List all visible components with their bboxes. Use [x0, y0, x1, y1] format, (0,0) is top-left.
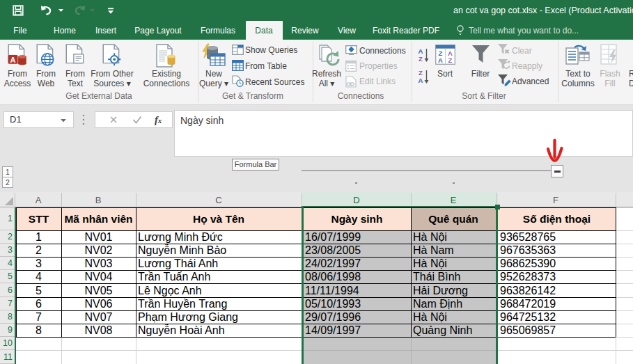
svg-text:A: A: [448, 49, 453, 57]
svg-text:A: A: [10, 56, 16, 64]
svg-text:Z: Z: [419, 55, 423, 63]
svg-text:A: A: [419, 47, 423, 55]
svg-text:Z: Z: [439, 49, 443, 57]
svg-text:Z: Z: [448, 56, 453, 64]
svg-text:A: A: [438, 56, 443, 64]
